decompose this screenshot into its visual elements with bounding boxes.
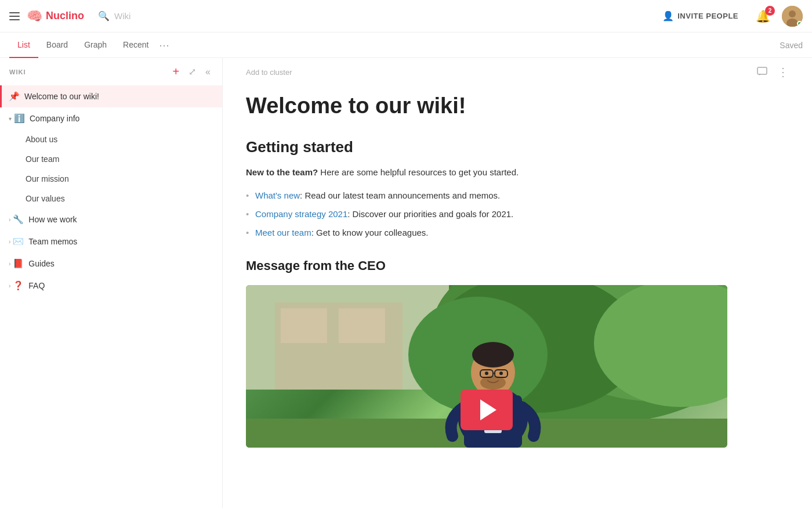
chevron-right-icon: › [9,217,10,223]
chevron-right-icon: › [9,239,10,245]
expand-sidebar-button[interactable]: ⤢ [186,65,198,78]
content-area: Add to cluster ⋮ Welcome to our wiki! Ge… [223,58,812,508]
invite-person-icon: 👤 [662,10,675,21]
svg-rect-12 [339,308,385,343]
invite-people-button[interactable]: 👤 INVITE PEOPLE [657,7,744,25]
sidebar-header: WIKI + ⤢ « [0,58,222,85]
main-area: WIKI + ⤢ « 📌 Welcome to our wiki! ▾ ℹ️ C… [0,58,812,508]
intro-bold: New to the team? [246,167,318,177]
content-body: Welcome to our wiki! Getting started New… [223,79,812,471]
book-icon: 📕 [13,258,24,269]
company-strategy-link[interactable]: Company strategy 2021 [255,209,347,219]
bullet-rest: : Get to know your colleagues. [311,228,429,237]
logo[interactable]: 🧠 Nuclino [27,9,84,24]
sidebar-item-company-info[interactable]: ▾ ℹ️ Company info [0,107,222,129]
search-placeholder: Wiki [114,11,130,21]
svg-point-1 [789,10,796,17]
sidebar-child-label: About us [26,135,213,144]
menu-hamburger[interactable] [9,12,20,20]
more-tabs-button[interactable]: ⋯ [159,39,169,52]
comment-icon [756,66,768,78]
tab-board[interactable]: Board [38,33,76,58]
intro-paragraph: New to the team? Here are some helpful r… [246,165,789,179]
video-background [246,285,727,448]
sidebar: WIKI + ⤢ « 📌 Welcome to our wiki! ▾ ℹ️ C… [0,58,223,508]
tab-bar: List Board Graph Recent ⋯ Saved [0,33,812,58]
svg-rect-3 [757,67,767,74]
saved-indicator: Saved [780,41,803,50]
comment-button[interactable] [756,66,768,78]
sidebar-item-team-memos[interactable]: › ✉️ Team memos [0,230,222,253]
user-avatar[interactable] [782,6,803,27]
sidebar-item-label: Welcome to our wiki! [24,92,213,101]
svg-point-23 [485,372,488,375]
bullet-rest: : Discover our priorities and goals for … [347,209,513,219]
search-area[interactable]: 🔍 Wiki [98,10,130,21]
sidebar-item-label: Team memos [28,237,204,246]
content-actions: ⋮ [756,65,789,79]
collapse-sidebar-button[interactable]: « [203,66,213,78]
page-title: Welcome to our wiki! [246,93,789,120]
play-triangle-icon [480,399,496,420]
top-navigation: 🧠 Nuclino 🔍 Wiki 👤 INVITE PEOPLE 🔔 2 [0,0,812,33]
svg-rect-11 [281,308,327,343]
sidebar-item-about-us[interactable]: About us [0,129,222,149]
sidebar-item-label: FAQ [28,281,204,290]
chevron-right-icon: › [9,283,10,289]
sidebar-actions: + ⤢ « [170,64,213,80]
video-container[interactable] [246,285,727,448]
sidebar-item-guides[interactable]: › 📕 Guides [0,253,222,275]
sidebar-child-label: Our mission [26,174,213,183]
sidebar-item-label: How we work [28,215,204,224]
info-icon: ℹ️ [14,113,25,124]
sidebar-item-faq[interactable]: › ❓ FAQ [0,275,222,297]
sidebar-item-welcome[interactable]: 📌 Welcome to our wiki! [0,85,222,107]
intro-rest: Here are some helpful resources to get y… [318,167,519,177]
play-button-bg [461,390,513,430]
online-indicator [797,21,802,26]
content-top-bar: Add to cluster ⋮ [223,58,812,79]
add-item-button[interactable]: + [170,64,182,80]
sidebar-item-our-team[interactable]: Our team [0,149,222,169]
bullet-rest: : Read our latest team announcements and… [300,190,500,200]
notification-badge: 2 [765,6,775,16]
sidebar-item-how-we-work[interactable]: › 🔧 How we work [0,208,222,230]
svg-point-24 [499,372,503,375]
sidebar-item-our-values[interactable]: Our values [0,189,222,208]
whats-new-link[interactable]: What's new [255,190,300,200]
nav-right: 👤 INVITE PEOPLE 🔔 2 [657,6,803,27]
sidebar-item-label: Guides [28,259,204,268]
add-to-cluster-button[interactable]: Add to cluster [246,68,292,77]
notifications-button[interactable]: 🔔 2 [756,9,770,23]
sidebar-child-label: Our values [26,194,213,203]
logo-icon: 🧠 [27,9,42,24]
list-item: Company strategy 2021: Discover our prio… [246,207,789,221]
wrench-icon: 🔧 [13,214,24,225]
tab-list[interactable]: List [9,33,38,58]
logo-text: Nuclino [46,10,84,22]
getting-started-heading: Getting started [246,138,789,156]
search-icon: 🔍 [98,10,110,21]
tab-recent[interactable]: Recent [115,33,157,58]
video-play-button[interactable] [461,390,513,430]
list-item: What's new: Read our latest team announc… [246,189,789,203]
question-icon: ❓ [13,280,24,291]
meet-team-link[interactable]: Meet our team [255,228,311,237]
sidebar-section-title: WIKI [9,69,26,75]
pin-icon: 📌 [9,91,20,102]
ceo-heading: Message from the CEO [246,258,789,273]
more-options-button[interactable]: ⋮ [777,65,789,79]
list-item: Meet our team: Get to know your colleagu… [246,226,789,240]
chevron-down-icon: ▾ [9,116,12,122]
svg-point-18 [472,342,514,368]
resources-list: What's new: Read our latest team announc… [246,189,789,240]
sidebar-item-label: Company info [30,114,204,123]
sidebar-child-label: Our team [26,154,213,164]
tab-graph[interactable]: Graph [76,33,115,58]
sidebar-item-our-mission[interactable]: Our mission [0,169,222,189]
envelope-icon: ✉️ [13,236,24,247]
chevron-right-icon: › [9,261,10,267]
